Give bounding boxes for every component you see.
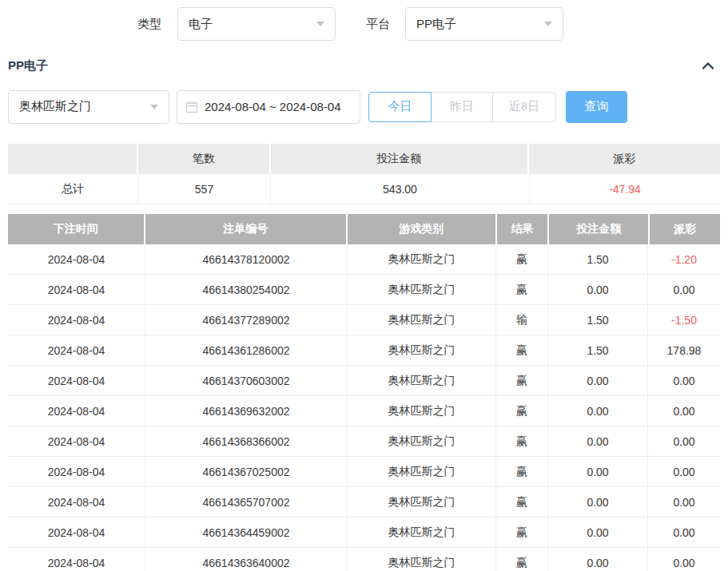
collapse-section-button[interactable] bbox=[701, 60, 720, 71]
quick-date-button-group: 今日 昨日 近8日 bbox=[368, 92, 556, 122]
bet-amount: 1.50 bbox=[547, 244, 647, 274]
type-select-value: 电子 bbox=[189, 17, 213, 32]
bet-id: 46614378120002 bbox=[145, 244, 347, 274]
bet-id: 46614367025002 bbox=[145, 457, 347, 486]
chevron-up-icon bbox=[701, 60, 715, 71]
bet-id: 46614363640002 bbox=[145, 548, 347, 571]
bet-date: 2024-08-04 bbox=[8, 335, 145, 365]
game-name: 奥林匹斯之门 bbox=[347, 244, 495, 274]
platform-label: 平台 bbox=[366, 17, 390, 32]
game-name: 奥林匹斯之门 bbox=[347, 366, 495, 395]
table-row: 2024-08-0446614368366002奥林匹斯之门赢0.000.00 bbox=[8, 426, 720, 457]
game-name: 奥林匹斯之门 bbox=[347, 457, 495, 486]
type-label: 类型 bbox=[137, 17, 161, 32]
game-select[interactable]: 奥林匹斯之门 bbox=[8, 90, 169, 124]
game-name: 奥林匹斯之门 bbox=[347, 305, 495, 335]
summary-total-label: 总计 bbox=[8, 174, 137, 204]
bet-result: 输 bbox=[495, 305, 547, 335]
bet-result: 赢 bbox=[495, 335, 547, 365]
bet-payout: 0.00 bbox=[647, 396, 720, 426]
table-row: 2024-08-0446614370603002奥林匹斯之门赢0.000.00 bbox=[8, 366, 720, 396]
bet-result: 赢 bbox=[495, 396, 547, 426]
header-payout: 派彩 bbox=[650, 214, 720, 244]
header-bet-amount: 投注金额 bbox=[549, 214, 648, 244]
bet-result: 赢 bbox=[495, 366, 547, 395]
bet-id: 46614368366002 bbox=[145, 426, 347, 456]
game-name: 奥林匹斯之门 bbox=[347, 396, 495, 426]
bet-payout: 0.00 bbox=[647, 275, 720, 304]
bet-id: 46614380254002 bbox=[145, 275, 347, 304]
platform-select[interactable]: PP电子 bbox=[405, 7, 563, 41]
bet-date: 2024-08-04 bbox=[8, 396, 145, 426]
query-button[interactable]: 查询 bbox=[566, 91, 627, 123]
bet-id: 46614370603002 bbox=[145, 366, 347, 395]
today-button[interactable]: 今日 bbox=[368, 92, 432, 122]
bet-amount: 0.00 bbox=[547, 275, 647, 304]
game-name: 奥林匹斯之门 bbox=[347, 335, 495, 365]
bet-result: 赢 bbox=[495, 244, 547, 274]
bet-records-table-header: 下注时间注单编号游戏类别结果投注金额派彩 bbox=[8, 214, 720, 244]
summary-header-bet-amount: 投注金额 bbox=[271, 144, 527, 174]
last-8-days-button[interactable]: 近8日 bbox=[492, 92, 556, 122]
summary-header-payout: 派彩 bbox=[529, 144, 720, 174]
summary-total-row: 总计 557 543.00 -47.94 bbox=[8, 174, 720, 204]
summary-header-empty bbox=[8, 144, 137, 174]
summary-table-header: 笔数 投注金额 派彩 bbox=[8, 144, 720, 174]
bet-id: 46614365707002 bbox=[145, 487, 347, 517]
header-result: 结果 bbox=[497, 214, 548, 244]
table-row: 2024-08-0446614378120002奥林匹斯之门赢1.50-1.20 bbox=[8, 244, 720, 275]
bet-amount: 0.00 bbox=[547, 487, 647, 517]
bet-date: 2024-08-04 bbox=[8, 426, 145, 456]
bet-payout: -1.50 bbox=[647, 305, 720, 335]
type-select[interactable]: 电子 bbox=[177, 7, 336, 41]
bet-records-table: 下注时间注单编号游戏类别结果投注金额派彩 2024-08-04466143781… bbox=[8, 214, 720, 571]
summary-bet-amount-value: 543.00 bbox=[270, 174, 529, 204]
bet-payout: 0.00 bbox=[647, 517, 720, 547]
bet-amount: 0.00 bbox=[547, 396, 647, 426]
bet-payout: 0.00 bbox=[647, 366, 720, 395]
section-title: PP电子 bbox=[8, 58, 48, 73]
bet-date: 2024-08-04 bbox=[8, 305, 145, 335]
bet-date: 2024-08-04 bbox=[8, 457, 145, 486]
table-row: 2024-08-0446614361286002奥林匹斯之门赢1.50178.9… bbox=[8, 335, 720, 366]
yesterday-button[interactable]: 昨日 bbox=[431, 92, 493, 122]
top-filter-bar: 类型 电子 平台 PP电子 bbox=[137, 0, 720, 41]
bet-records-table-body: 2024-08-0446614378120002奥林匹斯之门赢1.50-1.20… bbox=[8, 244, 720, 571]
summary-table: 笔数 投注金额 派彩 总计 557 543.00 -47.94 bbox=[8, 144, 720, 204]
bet-result: 赢 bbox=[495, 517, 547, 547]
date-range-value: 2024-08-04 ~ 2024-08-04 bbox=[205, 100, 341, 113]
chevron-down-icon bbox=[544, 22, 552, 26]
bet-amount: 0.00 bbox=[547, 426, 647, 456]
table-row: 2024-08-0446614363640002奥林匹斯之门赢0.000.00 bbox=[8, 548, 720, 571]
bet-result: 赢 bbox=[495, 457, 547, 486]
bet-result: 赢 bbox=[495, 548, 547, 571]
section-header: PP电子 bbox=[8, 55, 720, 76]
bet-id: 46614361286002 bbox=[145, 335, 347, 365]
platform-select-value: PP电子 bbox=[416, 17, 456, 32]
bet-payout: -1.20 bbox=[647, 244, 720, 274]
bet-id: 46614377289002 bbox=[145, 305, 347, 335]
calendar-icon bbox=[185, 101, 198, 113]
bet-date: 2024-08-04 bbox=[8, 517, 145, 547]
header-bet-id: 注单编号 bbox=[145, 214, 346, 244]
bet-date: 2024-08-04 bbox=[8, 244, 145, 274]
bet-id: 46614369632002 bbox=[145, 396, 347, 426]
game-name: 奥林匹斯之门 bbox=[347, 275, 495, 304]
game-name: 奥林匹斯之门 bbox=[347, 426, 495, 456]
bet-amount: 1.50 bbox=[547, 305, 647, 335]
table-row: 2024-08-0446614367025002奥林匹斯之门赢0.000.00 bbox=[8, 457, 720, 487]
date-range-input[interactable]: 2024-08-04 ~ 2024-08-04 bbox=[177, 90, 360, 124]
bet-amount: 0.00 bbox=[547, 548, 647, 571]
page: 类型 电子 平台 PP电子 PP电子 奥林匹斯之门 bbox=[0, 0, 728, 571]
bet-date: 2024-08-04 bbox=[8, 366, 145, 395]
bet-date: 2024-08-04 bbox=[8, 548, 145, 571]
bet-payout: 178.98 bbox=[647, 335, 720, 365]
chevron-down-icon bbox=[150, 105, 158, 109]
filter-row: 奥林匹斯之门 2024-08-04 ~ 2024-08-04 今日 昨日 近8日… bbox=[8, 89, 720, 124]
bet-result: 赢 bbox=[495, 426, 547, 456]
bet-amount: 0.00 bbox=[547, 457, 647, 486]
bet-date: 2024-08-04 bbox=[8, 487, 145, 517]
game-select-value: 奥林匹斯之门 bbox=[19, 99, 91, 114]
bet-date: 2024-08-04 bbox=[8, 275, 145, 304]
header-game-category: 游戏类别 bbox=[348, 214, 495, 244]
